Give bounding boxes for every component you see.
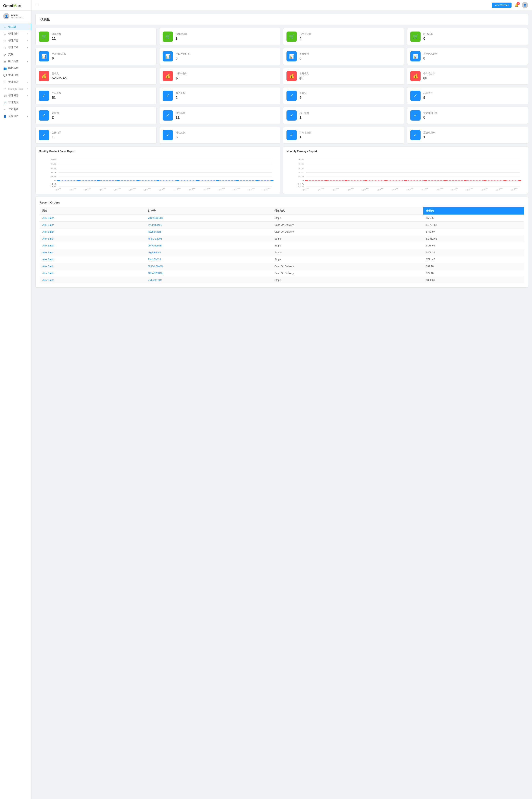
stat-label: 订阅者总数 xyxy=(300,131,311,134)
order-no-link[interactable]: j0W5sAeolz xyxy=(148,230,161,233)
order-no-cell: TyExwhsbeS xyxy=(145,222,272,228)
sidebar-item-label: 系统用户 xyxy=(8,115,19,118)
stat-card: 🛒 待处理订单 6 xyxy=(159,28,280,45)
order-no-link[interactable]: GPt4RZ0RCq xyxy=(148,272,163,275)
trade-icon: ⇄ xyxy=(3,53,7,56)
svg-text:12 Apr: 12 Apr xyxy=(331,188,339,190)
sidebar-item-manage-product[interactable]: ◎ 管理产品 ▾ xyxy=(0,37,31,44)
customer-link[interactable]: Alex Smith xyxy=(42,272,54,275)
order-no-link[interactable]: 0HGakDhxlW xyxy=(148,265,163,268)
stat-value: 1 xyxy=(300,135,311,139)
customer-link[interactable]: Alex Smith xyxy=(42,244,54,247)
payment-cell: Cash On Delivery xyxy=(272,222,423,228)
user-avatar[interactable]: 👤 xyxy=(522,2,528,8)
sidebar-item-customer-list[interactable]: 👥 客户名单 xyxy=(0,65,31,72)
admin-area: 👤 Admin Administrator xyxy=(0,11,31,22)
notification-badge: 0 xyxy=(517,2,520,5)
website-icon: ☰ xyxy=(3,80,7,84)
customer-link[interactable]: Alex Smith xyxy=(42,258,54,261)
svg-point-18 xyxy=(117,180,120,181)
stat-label: 系统总用户 xyxy=(423,131,435,134)
amount-cell: $97.10 xyxy=(423,263,524,270)
notification-button[interactable]: 🔔 0 xyxy=(513,2,520,8)
payment-cell: Cash On Delivery xyxy=(272,228,423,236)
stat-value: 9 xyxy=(423,96,433,100)
hamburger-icon[interactable]: ☰ xyxy=(35,3,39,7)
stat-card: ✓ 总评论 2 xyxy=(35,107,156,124)
svg-point-62 xyxy=(325,180,328,181)
sidebar-item-trade[interactable]: ⇄ 交易 xyxy=(0,51,31,58)
admin-role: Administrator xyxy=(11,17,23,19)
customer-link[interactable]: Alex Smith xyxy=(42,230,54,233)
sidebar-item-manage-website[interactable]: ☰ 管理网站 ▾ xyxy=(0,79,31,86)
sidebar-item-label: 管理类别 xyxy=(8,32,19,35)
stat-icon: 🛒 xyxy=(163,32,173,42)
amount-cell: $771.97 xyxy=(423,228,524,236)
svg-text:0.4: 0.4 xyxy=(298,172,304,174)
customer-link[interactable]: Alex Smith xyxy=(42,251,54,254)
sidebar-item-label: 管理订单 xyxy=(8,46,19,49)
order-no-link[interactable]: TyExwhsbeS xyxy=(148,224,162,226)
order-no-link[interactable]: ZN6ve2FsBf xyxy=(148,279,162,281)
logo: OmniMart xyxy=(3,3,21,8)
stat-icon: ✓ xyxy=(410,110,421,120)
stat-value: 8 xyxy=(176,135,185,139)
sidebar-item-ecommerce[interactable]: ▤ 电子商务 ▾ xyxy=(0,58,31,65)
sidebar-item-subscriber-list[interactable]: ✉ 订户名单 xyxy=(0,106,31,113)
order-no-link[interactable]: rTgJph3cv8 xyxy=(148,251,161,254)
stat-icon: ✓ xyxy=(286,91,297,101)
stat-card: 💰 今年哈尔宁 $0 xyxy=(407,68,528,85)
stat-value: 6 xyxy=(176,37,187,41)
sidebar-item-manage-blog[interactable]: 📰 管理博客 ▾ xyxy=(0,92,31,99)
svg-text:0: 0 xyxy=(302,180,304,182)
customer-link[interactable]: Alex Smith xyxy=(42,279,54,281)
stat-card: ✓ 待处理的门票 0 xyxy=(407,107,528,124)
amount-cell: $175.66 xyxy=(423,242,524,249)
stat-icon: 🛒 xyxy=(39,32,49,42)
svg-text:02 Apr: 02 Apr xyxy=(158,188,166,190)
charts-row: Monthly Product Sales Report 1.0 0.8 0.6… xyxy=(35,146,528,194)
order-no-cell: ZN6ve2FsBf xyxy=(145,277,272,284)
stat-icon: ✓ xyxy=(39,130,49,140)
sidebar-item-manage-order[interactable]: ◻ 管理订单 ▾ xyxy=(0,44,31,51)
order-no-cell: JrV7oupswB xyxy=(145,242,272,249)
order-no-link[interactable]: Hhgjz Eg09z xyxy=(148,237,162,240)
stat-label: 取消订单 xyxy=(423,33,433,36)
sidebar-item-manage-ticket[interactable]: 💬 管理门票 xyxy=(0,72,31,79)
stat-value: 51 xyxy=(52,96,61,100)
svg-point-20 xyxy=(156,180,159,181)
customer-link[interactable]: Alex Smith xyxy=(42,224,54,226)
chevron-down-icon: ▾ xyxy=(27,40,28,42)
col-order-no: 订单号 xyxy=(145,207,272,215)
svg-point-21 xyxy=(176,180,179,181)
svg-text:04 Apr: 04 Apr xyxy=(143,188,151,190)
sidebar-item-manage-pages[interactable]: 📄 管理页面 xyxy=(0,99,31,106)
stat-icon: ✓ xyxy=(163,110,173,120)
order-no-cell: 0HGakDhxlW xyxy=(145,263,272,270)
order-no-link[interactable]: JrV7oupswB xyxy=(148,244,162,247)
sidebar-item-dashboard[interactable]: ⌂ 仪表板 xyxy=(0,23,31,30)
stat-label: 今年产品销售 xyxy=(423,52,437,56)
customer-link[interactable]: Alex Smith xyxy=(42,265,54,268)
order-no-link[interactable]: w10xGWiN80 xyxy=(148,217,163,220)
stat-icon: 💰 xyxy=(163,71,173,81)
stat-card: 💰 本月收入 $0 xyxy=(283,68,404,85)
sidebar-item-manage-faqs[interactable]: ? Manage Faqs ▾ xyxy=(0,86,31,92)
faqs-icon: ? xyxy=(3,87,7,90)
table-row: Alex Smith 0HGakDhxlW Cash On Delivery $… xyxy=(40,263,524,270)
customer-link[interactable]: Alex Smith xyxy=(42,237,54,240)
stat-card: ✓ 博客总数 8 xyxy=(159,127,280,144)
svg-point-24 xyxy=(236,180,239,181)
svg-text:27 Mar: 27 Mar xyxy=(203,188,211,190)
sidebar-item-manage-category[interactable]: ☰ 管理类别 ▾ xyxy=(0,30,31,37)
customer-icon: 👥 xyxy=(3,67,7,70)
stat-label: 品牌总数 xyxy=(423,92,433,95)
sidebar-item-system-user[interactable]: 👤 系统用户 ▾ xyxy=(0,113,31,120)
order-no-link[interactable]: Ffr4zOVXnf xyxy=(148,258,161,261)
stat-card: ✓ 产品总数 51 xyxy=(35,87,156,104)
view-website-button[interactable]: View Website xyxy=(492,3,512,8)
svg-text:0.6: 0.6 xyxy=(298,168,304,170)
stat-icon: 📊 xyxy=(286,51,297,61)
admin-name: Admin xyxy=(11,14,23,17)
customer-link[interactable]: Alex Smith xyxy=(42,217,54,220)
